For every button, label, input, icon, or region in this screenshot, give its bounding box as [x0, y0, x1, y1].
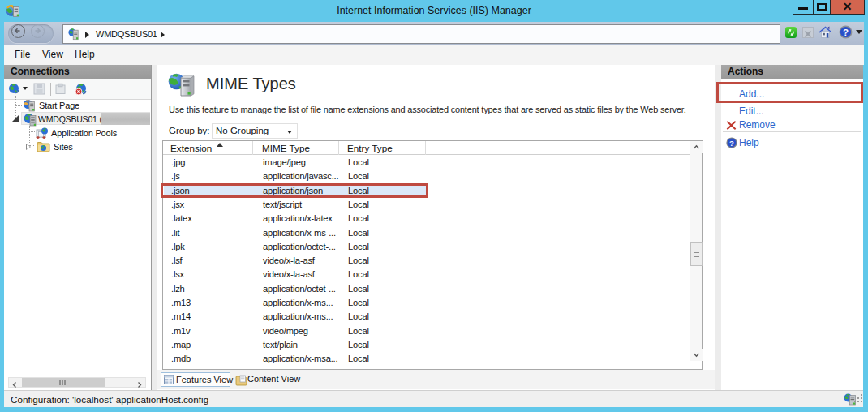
svg-text:?: ?: [843, 28, 849, 37]
svg-text:?: ?: [729, 139, 734, 148]
